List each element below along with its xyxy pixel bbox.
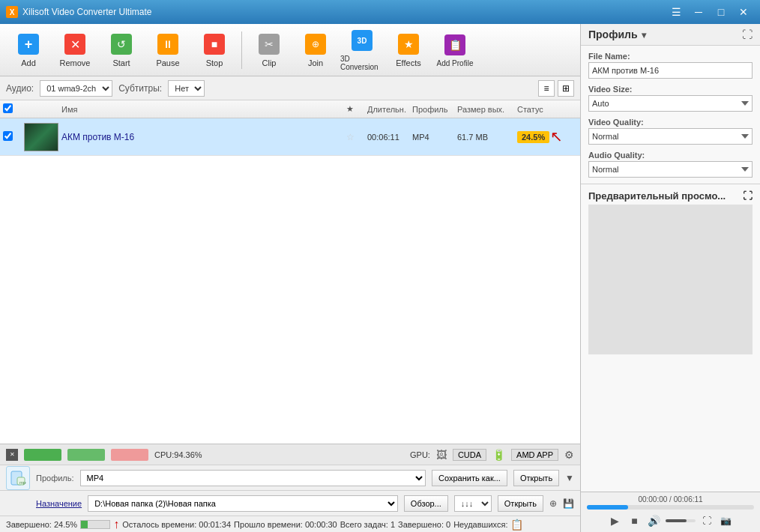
pause-label: Pause	[156, 58, 179, 67]
start-button[interactable]: ↺ Start	[99, 28, 144, 72]
minimize-button[interactable]: ─	[688, 4, 709, 19]
completed-label: Завершено: 24.5%	[6, 520, 77, 529]
settings-icon[interactable]: ⚙	[564, 449, 574, 461]
filter-bar: Аудио: 01 wma9-2ch Субтитры: Нет ≡ ⊞	[0, 76, 580, 100]
join-button[interactable]: ⊕ Join	[293, 28, 338, 72]
row-check[interactable]	[3, 131, 24, 143]
total-label: Всего задач: 1	[340, 520, 395, 529]
app-title: Xilisoft Video Converter Ultimate	[22, 7, 666, 17]
save-as-button[interactable]: Сохранить как...	[432, 470, 507, 486]
profile-fields: File Name: Video Size: Auto Video Qualit…	[581, 46, 760, 184]
grid-view-button[interactable]: ⊞	[558, 80, 574, 97]
start-label: Start	[112, 58, 130, 67]
amd-icon[interactable]: 🔋	[492, 449, 505, 461]
video-quality-select[interactable]: Normal	[588, 128, 753, 145]
add-profile-button[interactable]: 📋 Add Profile	[432, 28, 477, 72]
file-name: АКМ против М-16	[61, 132, 346, 142]
status-footer: Завершено: 24.5% ↑ Осталось времени: 00:…	[0, 516, 580, 532]
add-button[interactable]: + Add	[6, 28, 51, 72]
more-options-icon[interactable]: ▼	[565, 473, 574, 483]
file-thumbnail	[24, 123, 58, 151]
gpu-label: GPU:	[410, 450, 430, 459]
file-duration: 00:06:11	[367, 133, 412, 142]
fullscreen-button[interactable]: ⛶	[699, 513, 715, 529]
star-col-header: ★	[346, 104, 367, 114]
duration-col-header: Длительн.	[367, 105, 412, 114]
remaining-label: Осталось времени: 00:01:34	[122, 520, 231, 529]
log-icon[interactable]: 📋	[510, 519, 523, 531]
amd-button[interactable]: AMD APP	[511, 449, 558, 461]
mute-button[interactable]: 🔊	[646, 513, 663, 529]
remove-button[interactable]: ✕ Remove	[52, 28, 97, 72]
browse-button[interactable]: Обзор...	[404, 495, 448, 512]
start-icon: ↺	[111, 34, 132, 55]
dest-bar: Назначение D:\Новая папка (2)\Новая папк…	[0, 490, 580, 516]
profile-label: Профиль:	[36, 474, 74, 483]
maximize-button[interactable]: □	[711, 4, 732, 19]
volume-fill	[666, 519, 687, 522]
open-dest-button[interactable]: Открыть	[498, 495, 543, 512]
left-panel: + Add ✕ Remove ↺ Start ⏸ Pause ■ Stop ✂	[0, 24, 580, 532]
cursor-arrow-icon: ↖	[550, 127, 563, 145]
clip-button[interactable]: ✂ Clip	[247, 28, 292, 72]
subtitle-select[interactable]: Нет	[168, 80, 205, 97]
effects-button[interactable]: ★ Effects	[386, 28, 431, 72]
dest-options-select[interactable]: ↓↓↓	[454, 495, 492, 512]
screenshot-icon[interactable]: 🖼	[436, 449, 447, 461]
file-star[interactable]: ☆	[346, 132, 367, 142]
video-quality-field-group: Video Quality: Normal	[588, 118, 753, 145]
profile-select[interactable]: MP4	[80, 470, 426, 486]
volume-bar[interactable]	[666, 519, 696, 522]
failed-label: Неудавшихся:	[453, 520, 507, 529]
add-icon: +	[18, 34, 39, 55]
play-button[interactable]: ▶	[607, 513, 624, 529]
dest-label[interactable]: Назначение	[36, 499, 82, 508]
file-list-header: Имя ★ Длительн. Профиль Размер вых. Стат…	[0, 100, 580, 118]
pause-icon: ⏸	[157, 34, 178, 55]
stop-icon: ■	[204, 34, 225, 55]
audio-quality-field-group: Audio Quality: Normal	[588, 151, 753, 178]
screenshot-player-button[interactable]: 📷	[718, 513, 735, 529]
main-container: + Add ✕ Remove ↺ Start ⏸ Pause ■ Stop ✂	[0, 24, 760, 532]
right-panel: Профиль ▾ ⛶ File Name: Video Size: Auto …	[580, 24, 760, 532]
dest-extra-icon[interactable]: ⊕	[549, 498, 557, 509]
expand-icon[interactable]: ⛶	[742, 28, 753, 40]
menu-button[interactable]: ☰	[666, 4, 687, 19]
filter-icons: ≡ ⊞	[538, 80, 574, 97]
audio-select[interactable]: 01 wma9-2ch	[40, 80, 112, 97]
elapsed-label: Прошло времени: 00:00:30	[234, 520, 337, 529]
join-icon: ⊕	[305, 34, 326, 55]
stop-player-button[interactable]: ■	[627, 513, 643, 529]
file-profile: MP4	[412, 133, 457, 142]
seek-bar[interactable]	[587, 505, 754, 510]
clip-icon: ✂	[259, 34, 280, 55]
preview-expand-icon[interactable]: ⛶	[743, 190, 753, 202]
open-button[interactable]: Открыть	[513, 470, 559, 486]
stop-small-button[interactable]: ✕	[6, 449, 18, 461]
table-row[interactable]: АКМ против М-16 ☆ 00:06:11 MP4 61.7 MB 2…	[0, 118, 580, 156]
audio-quality-select[interactable]: Normal	[588, 161, 753, 178]
titlebar: X Xilisoft Video Converter Ultimate ☰ ─ …	[0, 0, 760, 24]
remove-icon: ✕	[64, 34, 85, 55]
file-name-input[interactable]	[588, 62, 753, 79]
cuda-button[interactable]: CUDA	[453, 449, 486, 461]
3d-conversion-button[interactable]: 3D 3D Conversion	[340, 28, 384, 72]
video-size-select[interactable]: Auto	[588, 95, 753, 112]
dest-path-select[interactable]: D:\Новая папка (2)\Новая папка	[88, 495, 398, 512]
progress-green-2	[67, 449, 105, 461]
time-display: 00:00:00 / 00:06:11	[587, 495, 754, 504]
3d-label: 3D Conversion	[340, 55, 384, 71]
select-all-checkbox[interactable]	[3, 103, 13, 113]
dest-save-icon[interactable]: 💾	[563, 498, 574, 509]
pause-button[interactable]: ⏸ Pause	[145, 28, 190, 72]
row-checkbox[interactable]	[3, 131, 13, 141]
3d-icon: 3D	[352, 30, 373, 51]
stop-button[interactable]: ■ Stop	[192, 28, 237, 72]
close-button[interactable]: ✕	[733, 4, 754, 19]
done-label: Завершено: 0	[398, 520, 450, 529]
progress-green-1	[24, 449, 61, 461]
player-bar: 00:00:00 / 00:06:11 ▶ ■ 🔊 ⛶ 📷	[581, 492, 760, 532]
video-quality-label: Video Quality:	[588, 118, 753, 127]
bottom-toolbar: ✕ CPU:94.36% GPU: 🖼 CUDA 🔋 AMD APP ⚙	[0, 444, 580, 465]
list-view-button[interactable]: ≡	[538, 80, 555, 97]
